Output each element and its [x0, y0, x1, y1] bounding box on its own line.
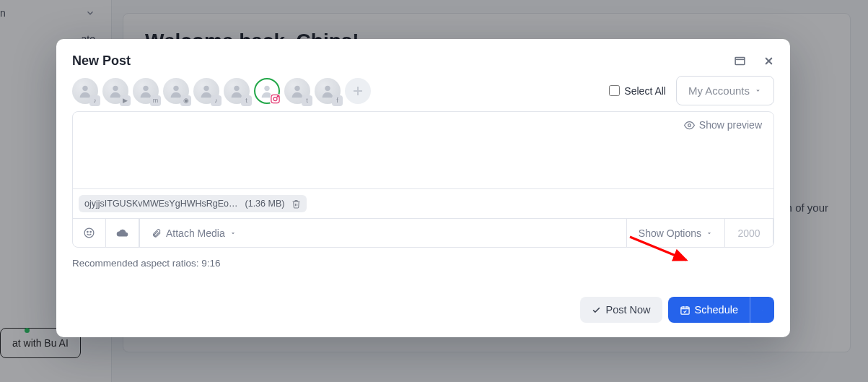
svg-point-10	[273, 97, 277, 101]
new-post-modal: New Post ♪ ▶ m	[56, 39, 790, 337]
caret-down-icon	[754, 87, 762, 95]
schedule-button-group: Schedule	[668, 297, 774, 323]
attachment-size: (1.36 MB)	[245, 199, 285, 209]
post-now-button[interactable]: Post Now	[580, 297, 662, 323]
attach-media-dropdown[interactable]: Attach Media	[139, 219, 248, 247]
attachment-chip[interactable]: ojyjjsITGUSKvMWEsYgHWHsRgEo… (1.36 MB)	[79, 195, 307, 212]
post-textarea[interactable]	[73, 134, 773, 188]
mastodon-icon: m	[150, 95, 161, 106]
instagram-icon	[270, 94, 281, 105]
compose-box: Show preview ojyjjsITGUSKvMWEsYgHWHsRgEo…	[72, 111, 774, 248]
attach-media-label: Attach Media	[166, 227, 225, 239]
svg-point-3	[113, 85, 118, 90]
svg-point-13	[325, 85, 330, 90]
twitter-icon: t	[302, 95, 312, 106]
show-options-label: Show Options	[639, 227, 701, 239]
svg-point-15	[84, 228, 94, 238]
close-icon[interactable]	[763, 56, 774, 66]
svg-point-12	[294, 85, 299, 90]
modal-title: New Post	[72, 53, 131, 69]
check-icon	[592, 305, 601, 315]
add-account-button[interactable]	[345, 78, 371, 104]
tiktok-icon: ♪	[211, 95, 222, 106]
my-accounts-label: My Accounts	[688, 84, 750, 97]
account-avatar-tiktok-2[interactable]: ♪	[193, 78, 219, 104]
trash-icon[interactable]	[291, 199, 301, 209]
accounts-row: ♪ ▶ m ◉ ♪ t	[72, 76, 774, 105]
account-avatar-reddit[interactable]: ◉	[163, 78, 189, 104]
attachment-filename: ojyjjsITGUSKvMWEsYgHWHsRgEo…	[84, 199, 238, 209]
account-avatar-instagram-selected[interactable]	[254, 78, 280, 104]
tiktok-icon: ♪	[89, 95, 100, 106]
emoji-button[interactable]	[73, 219, 106, 247]
post-now-label: Post Now	[605, 304, 650, 316]
svg-point-5	[173, 85, 178, 90]
caret-down-icon	[706, 230, 713, 237]
svg-point-6	[203, 85, 209, 90]
character-count-value: 2000	[737, 227, 760, 239]
svg-rect-18	[680, 307, 688, 314]
svg-point-14	[688, 123, 691, 126]
account-avatar-tiktok[interactable]: ♪	[72, 78, 98, 104]
my-accounts-dropdown[interactable]: My Accounts	[676, 76, 774, 105]
account-avatar-strip: ♪ ▶ m ◉ ♪ t	[72, 78, 371, 104]
compose-toolbar: Attach Media Show Options 2000	[73, 218, 773, 247]
reddit-icon: ◉	[180, 95, 191, 106]
account-avatar-twitter[interactable]: t	[224, 78, 250, 104]
select-all-checkbox[interactable]: Select All	[609, 85, 666, 97]
aspect-ratio-note: Recommended aspect ratios: 9:16	[72, 258, 774, 269]
schedule-button[interactable]: Schedule	[668, 297, 750, 323]
maximize-icon[interactable]	[734, 55, 746, 67]
calendar-check-icon	[680, 305, 691, 316]
caret-down-icon	[762, 306, 763, 314]
cloud-icon	[116, 227, 128, 239]
account-avatar-facebook[interactable]: f	[315, 78, 341, 104]
media-library-button[interactable]	[106, 219, 139, 247]
show-preview-label: Show preview	[699, 119, 762, 131]
paperclip-icon	[152, 228, 162, 238]
character-count: 2000	[724, 219, 773, 247]
account-avatar-twitter-2[interactable]: t	[284, 78, 310, 104]
svg-point-7	[234, 85, 239, 90]
caret-down-icon	[229, 230, 237, 237]
svg-point-4	[143, 85, 148, 90]
svg-point-2	[82, 85, 87, 90]
youtube-icon: ▶	[120, 95, 131, 106]
schedule-label: Schedule	[695, 304, 738, 316]
twitter-icon: t	[241, 95, 252, 106]
smile-icon	[83, 227, 95, 239]
account-avatar-youtube[interactable]: ▶	[102, 78, 128, 104]
eye-icon	[684, 120, 695, 131]
account-avatar-mastodon[interactable]: m	[133, 78, 159, 104]
svg-point-16	[87, 231, 88, 232]
svg-rect-0	[735, 58, 745, 65]
facebook-icon: f	[332, 95, 343, 106]
show-options-dropdown[interactable]: Show Options	[626, 219, 724, 247]
show-preview-toggle[interactable]: Show preview	[73, 112, 773, 134]
select-all-input[interactable]	[609, 85, 620, 96]
svg-point-17	[90, 231, 91, 232]
svg-point-8	[264, 85, 269, 90]
svg-point-11	[277, 96, 278, 97]
select-all-label: Select All	[624, 85, 666, 97]
schedule-dropdown-button[interactable]	[750, 297, 774, 323]
